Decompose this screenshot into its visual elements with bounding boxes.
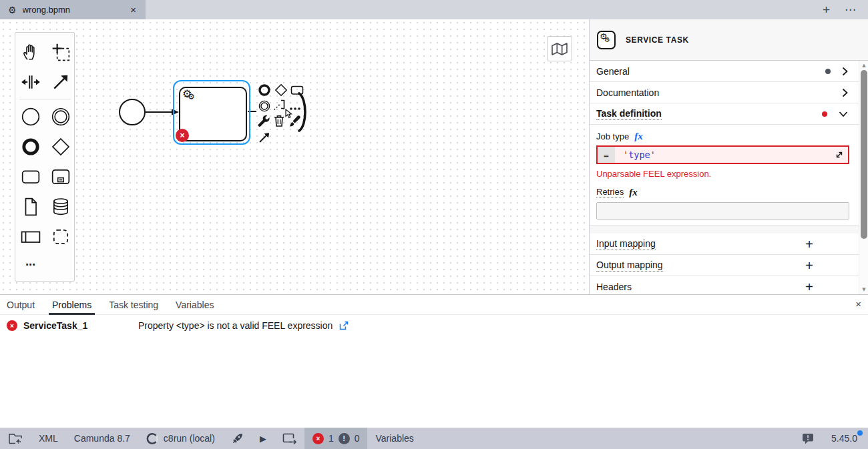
group-input-mapping[interactable]: Input mapping + [590,234,859,255]
map-icon [551,41,568,57]
palette-create-subprocess[interactable] [45,161,75,191]
service-task-shape[interactable]: ⚙⚙ [179,87,247,141]
close-panel-icon[interactable]: × [855,298,861,310]
palette-lasso-tool[interactable] [45,37,75,67]
folder-gear-icon [8,432,23,445]
variables-button[interactable]: Variables [367,428,421,449]
start-instance-button[interactable]: ▶ [252,428,274,449]
palette-create-group[interactable] [45,221,75,252]
context-pad-connect[interactable] [257,130,272,145]
problem-element: ServiceTask_1 [23,320,138,331]
context-pad-change-type[interactable] [256,114,271,129]
group-general[interactable]: General [590,61,859,82]
palette-global-connect-tool[interactable] [45,67,75,97]
palette-create-start-event[interactable] [15,101,45,131]
palette-space-tool[interactable] [15,67,45,97]
service-task-gears-icon: ⚙⚙ [182,87,192,100]
feel-toggle-icon[interactable]: fx [629,187,638,197]
external-link-icon [339,321,349,331]
palette-create-data-object[interactable] [15,191,45,221]
properties-scrollbar[interactable]: ▲ ▼ [859,61,868,294]
error-count: 1 [329,433,334,444]
retries-label: Retries [596,187,624,198]
bottom-panel: Output Problems Task testing Variables ×… [0,294,868,428]
tab-bar: ⚙ wrong.bpmn × + ⋯ [0,0,868,19]
group-documentation[interactable]: Documentation [590,82,859,103]
feedback-bubble-icon [802,433,814,444]
lasso-icon [51,42,71,62]
report-issue-button[interactable] [802,428,814,449]
palette-create-participant[interactable] [15,221,45,252]
context-pad-append-gateway[interactable] [274,83,288,97]
context-pad-append-end-event[interactable] [257,83,272,97]
new-tab-button[interactable]: + [823,3,830,16]
sequence-flow[interactable] [0,19,590,294]
feel-toggle-icon[interactable]: fx [634,131,643,141]
start-event-shape[interactable] [119,99,146,125]
tab-variables[interactable]: Variables [176,295,214,314]
trash-icon [272,114,286,127]
tab-overflow-button[interactable]: ⋯ [845,4,856,15]
scroll-up-icon[interactable]: ▲ [859,63,868,68]
add-output-button[interactable]: + [805,259,813,272]
element-type-title: SERVICE TASK [626,35,689,45]
palette-create-end-event[interactable] [15,131,45,161]
group-icon [51,227,71,247]
close-tab-icon[interactable]: × [128,4,139,15]
problem-row[interactable]: × ServiceTask_1 Property <type> is not a… [0,315,868,336]
rocket-icon [231,432,244,445]
properties-panel: ⚙⚙ SERVICE TASK General Documentation Ta… [590,19,868,294]
error-icon: × [7,320,17,331]
palette-more-entries[interactable]: ⋯ [15,252,74,278]
retries-input[interactable] [596,202,849,219]
expand-editor-button[interactable] [835,150,844,159]
bpmn-file-icon: ⚙ [8,5,17,15]
wrench-icon [257,115,270,128]
feel-equals-prefix: = [598,147,615,163]
palette-create-gateway[interactable] [45,131,75,161]
file-settings-button[interactable] [0,428,31,449]
minimap-toggle-button[interactable] [547,36,572,61]
hand-icon [21,42,41,62]
start-event-icon [21,107,41,127]
warning-count: 0 [355,433,360,444]
tab-problems[interactable]: Problems [52,295,91,314]
group-output-mapping[interactable]: Output mapping + [590,255,859,276]
tab-output[interactable]: Output [7,295,35,314]
data-object-icon [21,197,41,217]
bpmn-canvas[interactable]: ⋯ ⚙⚙ × [0,19,590,294]
tab-task-testing[interactable]: Task testing [109,295,158,314]
service-task-type-icon: ⚙⚙ [597,31,616,49]
scrollbar-thumb[interactable] [861,70,867,239]
add-input-button[interactable]: + [805,238,813,251]
task-definition-body: Job type fx = 'type' Unparsable FEEL exp… [590,125,859,226]
external-link-button[interactable] [339,321,349,331]
group-headers[interactable]: Headers + [590,276,859,294]
palette-create-data-store[interactable] [45,191,75,221]
deploy-button[interactable] [223,428,252,449]
problems-toggle-button[interactable]: × 1 ! 0 [304,428,368,449]
data-store-icon [51,197,71,217]
open-in-play-button[interactable] [274,428,304,449]
group-task-definition[interactable]: Task definition [590,103,859,125]
context-pad-append-intermediate-event[interactable] [257,99,272,113]
runtime-button[interactable]: c8run (local) [138,428,223,449]
tab-wrong-bpmn[interactable]: ⚙ wrong.bpmn × [0,0,146,19]
engine-version-button[interactable]: Camunda 8.7 [66,428,138,449]
expand-icon [835,150,844,159]
scroll-down-icon[interactable]: ▼ [859,287,868,292]
palette-create-intermediate-event[interactable] [45,101,75,131]
palette-create-task[interactable] [15,161,45,191]
job-type-input[interactable]: = 'type' [596,145,849,164]
tab-bar-actions: + ⋯ [823,0,868,19]
context-pad-delete[interactable] [272,113,286,128]
version-button[interactable]: 5.45.0 [831,433,857,444]
problem-message: Property <type> is not a valid FEEL expr… [138,320,333,331]
xml-view-button[interactable]: XML [31,428,66,449]
c8run-logo-icon [146,432,159,445]
palette-hand-tool[interactable] [15,37,45,67]
intermediate-event-icon [258,99,271,113]
connect-arrow-icon [51,72,71,92]
play-icon: ▶ [260,434,266,444]
add-header-button[interactable]: + [805,280,813,294]
